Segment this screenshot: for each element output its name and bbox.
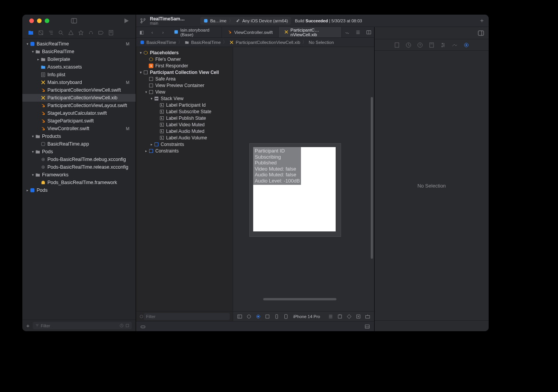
window-close-button[interactable] bbox=[29, 18, 34, 23]
forward-button[interactable]: › bbox=[158, 27, 168, 37]
help-inspector-icon[interactable]: ? bbox=[417, 42, 423, 48]
stack-embed-icon[interactable] bbox=[365, 314, 370, 319]
editor-tab[interactable]: lain.storyboard (Base) bbox=[168, 27, 222, 37]
file-tree-row[interactable]: ParticipantCollectionViewCell.swift bbox=[22, 86, 136, 94]
add-editor-button[interactable] bbox=[363, 27, 374, 37]
outline-row[interactable]: ▸Constraints bbox=[136, 147, 233, 154]
orientation-icon[interactable] bbox=[274, 314, 279, 319]
breadcrumb-item[interactable]: ParticipantCollectionViewCell.xib bbox=[236, 40, 300, 45]
project-file-tree[interactable]: ▾BasicRealTimeM▾BasicRealTime▸Boilerplat… bbox=[22, 39, 136, 320]
file-tree-row[interactable]: Pods_BasicRealTime.framework bbox=[22, 179, 136, 186]
disclosure-chevron[interactable]: ▾ bbox=[149, 97, 154, 101]
cell-content-view[interactable]: Participant IDSubscribingPublishedVideo … bbox=[253, 147, 336, 231]
file-tree-row[interactable]: BasicRealTime.app bbox=[22, 140, 136, 148]
outline-row[interactable]: LLabel Subscribe State bbox=[136, 108, 233, 115]
outline-row[interactable]: File's Owner bbox=[136, 56, 233, 62]
history-inspector-icon[interactable] bbox=[405, 42, 412, 48]
disclosure-chevron[interactable]: ▸ bbox=[36, 57, 40, 61]
scheme-selector[interactable]: Ba…ime 〉 Any iOS Device (arm64) bbox=[200, 17, 291, 25]
window-zoom-button[interactable] bbox=[45, 18, 49, 23]
breakpoint-navigator-icon[interactable] bbox=[98, 30, 104, 36]
disclosure-chevron[interactable]: ▾ bbox=[31, 150, 35, 154]
file-tree-row[interactable]: StageParticipant.swift bbox=[22, 117, 136, 125]
disclosure-chevron[interactable]: ▾ bbox=[144, 90, 148, 94]
source-control-navigator-icon[interactable] bbox=[38, 30, 44, 36]
file-tree-row[interactable]: ▸Boilerplate bbox=[22, 55, 136, 63]
editor-tab[interactable]: ViewController.swift bbox=[222, 27, 279, 37]
size-inspector-icon[interactable] bbox=[452, 42, 458, 48]
clock-icon[interactable] bbox=[119, 323, 124, 328]
issue-navigator-icon[interactable] bbox=[68, 30, 74, 36]
labels-stack[interactable]: Participant IDSubscribingPublishedVideo … bbox=[253, 147, 301, 185]
file-tree-row[interactable]: ▾BasicRealTime bbox=[22, 48, 136, 55]
editor-tab[interactable]: ParticipantC…nViewCell.xib bbox=[279, 27, 342, 37]
window-minimize-button[interactable] bbox=[37, 18, 42, 23]
zoom-icon[interactable] bbox=[265, 314, 270, 319]
file-tree-row[interactable]: Main.storyboardM bbox=[22, 79, 136, 86]
disclosure-chevron[interactable]: ▸ bbox=[149, 142, 154, 146]
disclosure-chevron[interactable]: ▾ bbox=[31, 134, 35, 138]
outline-row[interactable]: LLabel Participant Id bbox=[136, 102, 233, 108]
jump-bar[interactable]: BasicRealTime〉BasicRealTime〉ParticipantC… bbox=[136, 38, 374, 47]
layout-icon[interactable] bbox=[255, 314, 261, 319]
back-button[interactable]: ‹ bbox=[147, 27, 158, 37]
file-tree-row[interactable]: Info.plist bbox=[22, 71, 136, 79]
outline-row[interactable]: ▾Participant Collection View Cell bbox=[136, 69, 233, 75]
file-tree-row[interactable]: Pods-BasicRealTime.release.xcconfig bbox=[22, 163, 136, 171]
file-tree-row[interactable]: ▾Frameworks bbox=[22, 171, 136, 179]
file-tree-row[interactable]: ParticipantCollectionViewCell.xib bbox=[22, 94, 136, 102]
debug-navigator-icon[interactable] bbox=[88, 30, 94, 36]
toggle-debug-icon[interactable] bbox=[140, 324, 146, 329]
variables-view-icon[interactable] bbox=[364, 324, 370, 329]
resolve-icon[interactable] bbox=[346, 314, 352, 319]
file-inspector-icon[interactable] bbox=[394, 42, 400, 48]
scm-filter-icon[interactable] bbox=[125, 323, 129, 328]
outline-row[interactable]: 1First Responder bbox=[136, 62, 233, 69]
disclosure-chevron[interactable]: ▸ bbox=[25, 188, 29, 192]
outline-row[interactable]: ▾Stack View bbox=[136, 95, 233, 102]
outline-row[interactable]: LLabel Audio Volume bbox=[136, 134, 233, 141]
identity-inspector-icon[interactable] bbox=[429, 42, 435, 48]
toggle-outline-icon[interactable] bbox=[237, 314, 242, 319]
canvas-horizontal-scrollbar[interactable] bbox=[263, 298, 336, 300]
file-tree-row[interactable]: ▸Pods bbox=[22, 186, 136, 194]
outline-tree[interactable]: ▾PlaceholdersFile's Owner1First Responde… bbox=[136, 47, 233, 311]
file-tree-row[interactable]: ▾BasicRealTimeM bbox=[22, 40, 136, 48]
breadcrumb-item[interactable]: BasicRealTime bbox=[191, 40, 221, 45]
adjust-editor-button[interactable] bbox=[353, 27, 363, 37]
outline-row[interactable]: View Preview Container bbox=[136, 82, 233, 89]
activity-status[interactable]: Build Succeeded | 5/30/23 at 08:03 bbox=[295, 18, 362, 23]
related-items-button[interactable]: ◧ bbox=[136, 27, 147, 37]
pin-icon[interactable] bbox=[337, 314, 343, 319]
outline-row[interactable]: ▾View bbox=[136, 89, 233, 95]
file-tree-row[interactable]: StageLayoutCalculator.swift bbox=[22, 109, 136, 117]
disclosure-chevron[interactable]: ▾ bbox=[25, 42, 29, 46]
toggle-panels-icon[interactable] bbox=[71, 18, 77, 24]
outline-row[interactable]: Safe Area bbox=[136, 75, 233, 82]
cell-label[interactable]: Audio Muted: false bbox=[255, 172, 299, 178]
report-navigator-icon[interactable] bbox=[108, 30, 114, 36]
symbol-navigator-icon[interactable] bbox=[48, 30, 54, 36]
outline-row[interactable]: LLabel Publish State bbox=[136, 115, 233, 121]
breadcrumb-item[interactable]: BasicRealTime bbox=[146, 40, 176, 45]
disclosure-chevron[interactable]: ▾ bbox=[138, 70, 143, 74]
file-tree-row[interactable]: ParticipantCollectionViewLayout.swift bbox=[22, 102, 136, 109]
outline-filter-input[interactable]: Filter bbox=[144, 313, 230, 320]
disclosure-chevron[interactable]: ▸ bbox=[144, 149, 148, 153]
attributes-inspector-icon[interactable] bbox=[440, 42, 446, 48]
cell-label[interactable]: Participant ID bbox=[255, 148, 299, 154]
run-button[interactable] bbox=[123, 18, 129, 24]
disclosure-chevron[interactable]: ▾ bbox=[31, 173, 35, 177]
view-as-icon[interactable] bbox=[246, 314, 252, 319]
library-button[interactable]: ＋ bbox=[479, 17, 485, 24]
file-tree-row[interactable]: ViewController.swiftM bbox=[22, 125, 136, 132]
outline-row[interactable]: LLabel Video Muted bbox=[136, 121, 233, 128]
canvas-vertical-scrollbar[interactable] bbox=[371, 97, 373, 259]
align-icon[interactable] bbox=[328, 314, 333, 319]
breadcrumb-item[interactable]: No Selection bbox=[309, 40, 334, 45]
embed-icon[interactable] bbox=[356, 314, 361, 319]
file-tree-row[interactable]: ▾Products bbox=[22, 132, 136, 140]
add-file-button[interactable]: + bbox=[26, 322, 30, 329]
cell-label[interactable]: Audio Level: -100dB bbox=[255, 178, 299, 184]
outline-row[interactable]: ▸Constraints bbox=[136, 141, 233, 147]
